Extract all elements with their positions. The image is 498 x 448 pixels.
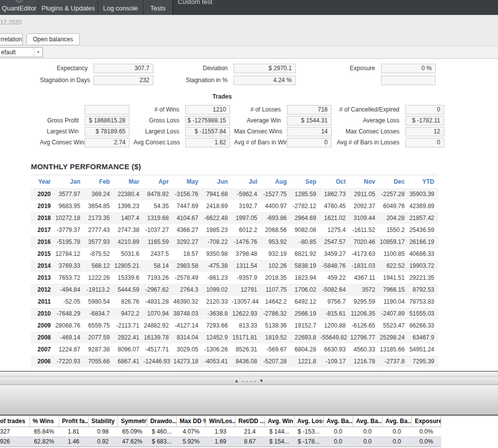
month-value-cell: 7020.46: [350, 236, 379, 248]
splitter-collapse-up-icon[interactable]: ▲: [235, 379, 239, 383]
month-value-cell: -1476.76: [232, 236, 261, 248]
results-row[interactable]: 92662.82%1.460.9247.62%$ 683...5.92%1.69…: [0, 437, 441, 447]
results-column-header[interactable]: Avg. Ba...: [323, 416, 353, 427]
splitter-collapse-down-icon[interactable]: ▼: [259, 379, 264, 383]
results-column-header[interactable]: of trades: [0, 416, 29, 427]
monthly-header-row: YearJanFebMarAprMayJunJulAugSepOctNovDec…: [31, 175, 438, 188]
month-value-cell: 1216.78: [350, 355, 379, 367]
monthly-column-header: Oct: [320, 175, 350, 188]
result-tabs: rrelation Open balances: [0, 30, 498, 45]
month-value-cell: -1527.75: [261, 188, 291, 200]
year-cell: 2015: [31, 248, 55, 260]
month-value-cell: 826.76: [114, 296, 143, 308]
stat-label: Expectancy: [40, 64, 90, 73]
month-value-cell: -1611.52: [350, 224, 379, 236]
stat-field: 4.24 %: [234, 76, 296, 85]
trade-stat-label: Avg Consec Loss: [133, 138, 181, 147]
month-value-cell: 1941.51: [379, 272, 408, 284]
menu-tab-label: QuantEditor: [2, 4, 36, 12]
monthly-row: 2012-494.84-19113.25444.59-2967.622764.3…: [31, 284, 438, 296]
results-cell: 1.46: [59, 437, 88, 447]
sub-header: 12.2020: [0, 15, 498, 30]
monthly-column-header: Mar: [114, 175, 143, 188]
results-column-header[interactable]: Win/Los...: [206, 416, 235, 427]
month-value-cell: 5444.59: [114, 284, 143, 296]
results-column-header[interactable]: Exposure: [411, 416, 441, 427]
results-column-header[interactable]: Avg. Ba...: [382, 416, 411, 427]
monthly-row: 2017-3779.372777.432747.38-1037.274366.2…: [31, 224, 438, 236]
month-value-cell: 3798.48: [232, 248, 261, 260]
month-value-cell: -693.86: [261, 212, 291, 224]
splitter-handle[interactable]: ▲ ▼: [0, 377, 498, 385]
results-column-header[interactable]: Avg. Ba...: [353, 416, 382, 427]
month-value-cell: -861.23: [202, 272, 232, 284]
monthly-performance-title: MONTHLY PERFORMANCE ($): [31, 162, 438, 171]
strategy-results-table: of trades% WinsProfit fa...StabilitySymm…: [0, 416, 441, 447]
monthly-row: 20199683.953654.851396.2354.357447.69241…: [31, 200, 438, 212]
month-value-cell: 932.19: [261, 248, 291, 260]
menu-tab-tests[interactable]: Tests: [143, 0, 173, 15]
menu-tab-plugins-updates[interactable]: Plugins & Updates: [39, 0, 98, 15]
trade-stat-label: [40, 105, 81, 114]
results-column-header[interactable]: Profit fa...: [59, 416, 88, 427]
monthly-row: 2008-469.142077.592822.4116139.788314.04…: [31, 332, 438, 343]
monthly-row: 201810272.182173.351407.41319.684104.67-…: [31, 212, 438, 224]
month-value-cell: 12805.21: [114, 260, 143, 272]
month-value-cell: -2737.8: [379, 355, 408, 367]
menu-tab-log-console[interactable]: Log console: [98, 0, 143, 15]
month-value-cell: 3577.93: [84, 236, 114, 248]
month-value-cell: 12622.93: [232, 308, 261, 320]
month-value-cell: 9683.95: [55, 200, 84, 212]
results-column-header[interactable]: Max DD %: [176, 416, 206, 427]
tab-correlation[interactable]: rrelation: [0, 33, 23, 45]
results-cell: 5.92%: [176, 437, 206, 447]
results-column-header[interactable]: Stability: [88, 416, 118, 427]
month-value-cell: 18.57: [173, 248, 202, 260]
results-cell: 1.93: [206, 427, 235, 437]
results-column-header[interactable]: Ret/DD ...: [235, 416, 264, 427]
results-row[interactable]: 32765.84%1.810.9865.09%$ 460...4.07%1.93…: [0, 427, 441, 437]
tab-label: rrelation: [0, 36, 22, 43]
month-value-cell: 12784.12: [55, 248, 84, 260]
monthly-row: 200928068.766559.75-2113.7124882.92-4127…: [31, 320, 438, 332]
custom-test-label[interactable]: Custom test: [178, 0, 212, 5]
results-cell: 327: [0, 427, 29, 437]
tab-open-balances[interactable]: Open balances: [26, 33, 80, 45]
results-cell: $ 154...: [264, 437, 294, 447]
year-cell: 2013: [31, 272, 55, 284]
trade-stat-label: # of Losses: [234, 105, 283, 114]
settings-dropdown[interactable]: efault ▼: [0, 47, 43, 57]
month-value-cell: -875.52: [84, 248, 114, 260]
month-value-cell: 8314.04: [173, 332, 202, 343]
month-value-cell: 1285.59: [291, 188, 320, 200]
monthly-column-header: Jan: [55, 175, 84, 188]
month-value-cell: 7653.72: [55, 272, 84, 284]
results-column-header[interactable]: Avg. Win: [264, 416, 294, 427]
month-value-cell: 2822.41: [114, 332, 143, 343]
month-value-cell: 2418.69: [202, 200, 232, 212]
trade-stat-label: Average Win: [234, 116, 283, 125]
year-cell: 2016: [31, 236, 55, 248]
results-cell: 62.82%: [29, 437, 59, 447]
month-value-cell: -4053.41: [202, 355, 232, 367]
month-value-cell: 953.92: [261, 236, 291, 248]
menu-tab-label: Log console: [103, 4, 138, 12]
month-value-cell: 4104.67: [173, 212, 202, 224]
results-column-header[interactable]: Avg. Loss: [294, 416, 323, 427]
month-value-cell: 7966.15: [379, 284, 408, 296]
dropdown-value: efault: [0, 49, 34, 56]
month-value-cell: 9756.7: [320, 296, 350, 308]
results-column-header[interactable]: % Wins: [29, 416, 59, 427]
month-value-cell: 3654.85: [84, 200, 114, 212]
stat-label: Stagnation in %: [157, 76, 230, 85]
results-column-header[interactable]: Drawdo...: [147, 416, 176, 427]
results-cell: 0.0: [323, 437, 353, 447]
month-value-cell: 22380.4: [114, 188, 143, 200]
trade-stat-field: 0: [287, 138, 332, 147]
menu-tab-quanteditor[interactable]: QuantEditor: [0, 0, 39, 15]
results-column-header[interactable]: Symmetry: [118, 416, 147, 427]
trade-stat-label: Avg # of Bars in Wins: [234, 138, 283, 147]
month-value-cell: 54951.24: [409, 343, 438, 355]
stat-label: Deviation: [157, 64, 230, 73]
results-cell: 21.4: [235, 427, 264, 437]
